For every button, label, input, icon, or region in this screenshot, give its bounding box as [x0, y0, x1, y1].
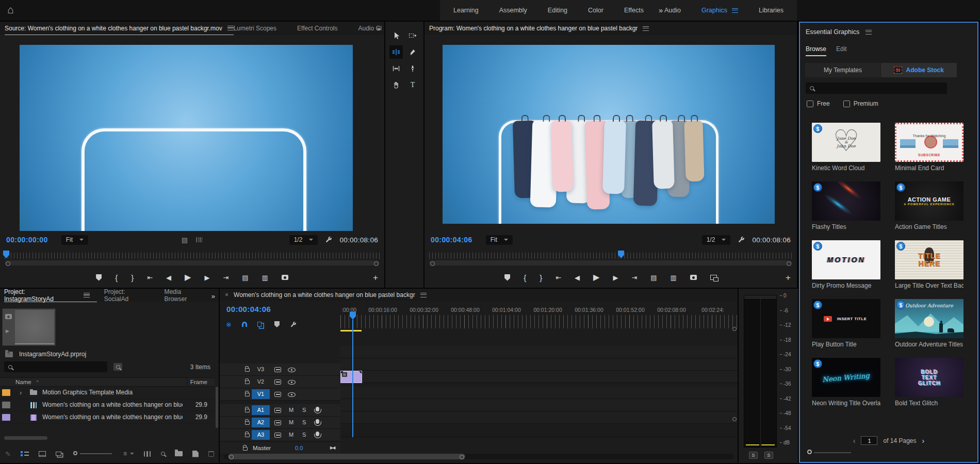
track-lane[interactable]: [340, 399, 738, 411]
tab-media-browser[interactable]: Media Browser: [164, 289, 211, 302]
settings-wrench-icon[interactable]: [325, 236, 332, 243]
program-timecode[interactable]: 00:00:04:06: [431, 236, 472, 244]
template-card-minimal-end-card[interactable]: Thanks for WatchingSUBSCRIBEMinimal End …: [895, 123, 963, 172]
source-patch-icon[interactable]: [274, 367, 281, 372]
new-item-icon[interactable]: [192, 451, 199, 457]
horizontal-scrollbar[interactable]: [4, 436, 47, 440]
go-to-in-icon[interactable]: ⇤: [556, 274, 561, 281]
close-tab-icon[interactable]: ×: [225, 291, 228, 299]
lock-toggle-icon[interactable]: [243, 447, 248, 451]
panel-menu-icon[interactable]: [227, 26, 234, 30]
workspace-tab-graphics[interactable]: Graphics: [691, 0, 748, 21]
settings-wrench-icon[interactable]: [738, 236, 745, 243]
template-card-large-title-over-text-backg[interactable]: TITLEHERELarge Title Over Text Backg...: [895, 240, 963, 289]
play-button-icon[interactable]: ▶: [185, 273, 191, 281]
project-item-row[interactable]: Motion Graphics Template Media: [0, 387, 215, 399]
template-card-neon-writing-title-overlay[interactable]: Neon WritingNeon Writing Title Overlay: [812, 358, 880, 407]
checkbox[interactable]: [807, 101, 813, 107]
go-to-out-icon[interactable]: ⇥: [631, 274, 637, 281]
workspace-tab-editing[interactable]: Editing: [537, 0, 578, 21]
template-thumbnail[interactable]: Jane Doe&John Doe: [812, 123, 880, 162]
step-back-icon[interactable]: ◀: [575, 274, 580, 281]
template-thumbnail[interactable]: Thanks for WatchingSUBSCRIBE: [895, 123, 963, 162]
solo-left-button[interactable]: S: [749, 452, 758, 459]
template-thumbnail[interactable]: TITLEHERE: [895, 240, 963, 279]
source-resolution-select[interactable]: 1/2: [289, 235, 318, 245]
delete-trash-icon[interactable]: [208, 451, 214, 457]
column-divider[interactable]: [187, 378, 187, 386]
track-target-a1[interactable]: A1: [252, 405, 270, 415]
navigate-up-icon[interactable]: [5, 352, 13, 357]
playhead-line[interactable]: [352, 320, 353, 437]
track-target-v3[interactable]: V3: [252, 364, 270, 374]
lock-toggle-icon[interactable]: [245, 409, 250, 412]
adobe-stock-button[interactable]: St Adobe Stock: [881, 63, 957, 77]
toggle-track-output-icon[interactable]: [288, 392, 296, 397]
freeform-view-icon[interactable]: [56, 452, 61, 456]
track-lane[interactable]: [340, 411, 738, 424]
project-item-row[interactable]: Women's clothing on a white clothes hang…: [0, 411, 215, 424]
automate-to-sequence-icon[interactable]: [144, 451, 151, 457]
project-search-input[interactable]: [4, 361, 107, 372]
workspace-tab-color[interactable]: Color: [578, 0, 614, 21]
template-card-bold-text-glitch[interactable]: BOLDTEXTGLITCHBold Text Glitch: [895, 358, 963, 407]
template-card-dirty-promo-message[interactable]: MOTIONDirty Promo Message: [812, 240, 880, 289]
track-lane[interactable]: [340, 425, 738, 437]
voiceover-record-mic-icon[interactable]: [316, 407, 319, 411]
expand-chevron-icon[interactable]: [20, 389, 22, 396]
track-lane[interactable]: [340, 358, 738, 371]
project-item-row[interactable]: Women's clothing on a white clothes hang…: [0, 399, 215, 411]
tab-project-socialad[interactable]: Project: SocialAd: [104, 289, 157, 302]
panel-menu-icon[interactable]: [643, 26, 649, 31]
track-target-v1[interactable]: V1: [252, 389, 270, 399]
tab-edit[interactable]: Edit: [836, 45, 847, 53]
timeline-content[interactable]: :00:0000:00:16:0000:00:32:0000:00:48:000…: [340, 306, 738, 453]
column-header-name[interactable]: Name: [15, 379, 39, 385]
track-select-tool-icon[interactable]: [406, 29, 419, 42]
lock-toggle-icon[interactable]: [245, 434, 250, 437]
track-target-a2[interactable]: A2: [252, 418, 270, 427]
selection-tool-icon[interactable]: [389, 29, 403, 42]
track-header-a3[interactable]: A3MS: [220, 429, 340, 441]
template-thumbnail[interactable]: BOLDTEXTGLITCH: [895, 358, 963, 397]
step-back-icon[interactable]: ◀: [166, 274, 171, 281]
master-track-header[interactable]: Master 0.0 ▶◀: [220, 442, 340, 455]
export-frame-camera-icon[interactable]: [690, 275, 697, 280]
source-scrub-bar[interactable]: [5, 252, 380, 267]
icon-view-icon[interactable]: [39, 451, 46, 457]
source-patch-icon[interactable]: [274, 379, 281, 385]
lock-toggle-icon[interactable]: [245, 380, 250, 384]
template-search-input[interactable]: [806, 82, 947, 94]
workspace-overflow-chevron-icon[interactable]: »: [659, 6, 662, 14]
checkbox[interactable]: [843, 101, 850, 107]
type-tool-icon[interactable]: T: [406, 78, 419, 92]
timeline-horizontal-scrollbar[interactable]: [224, 454, 733, 459]
slip-tool-icon[interactable]: [389, 62, 403, 75]
comparison-view-icon[interactable]: [710, 275, 717, 280]
source-patch-icon[interactable]: [274, 392, 281, 397]
page-number-input[interactable]: 1: [861, 436, 877, 445]
program-resolution-select[interactable]: 1/2: [702, 235, 731, 245]
drag-audio-icon[interactable]: [196, 237, 203, 242]
voiceover-record-mic-icon[interactable]: [316, 432, 319, 436]
poster-frame-camera-icon[interactable]: [5, 314, 12, 319]
template-thumbnail[interactable]: ACTION GAMEA POWERFUL EXPERIENCE: [895, 181, 963, 221]
find-icon[interactable]: [161, 452, 165, 456]
scrollbar-handle[interactable]: [228, 454, 465, 459]
ripple-edit-tool-icon[interactable]: [389, 45, 403, 59]
sort-icons-button[interactable]: ≡: [123, 450, 134, 457]
lock-toggle-icon[interactable]: [245, 368, 250, 372]
prev-page-icon[interactable]: ‹: [853, 437, 856, 445]
template-thumbnail[interactable]: Neon Writing: [812, 358, 880, 397]
track-header-v1[interactable]: V1: [220, 388, 340, 401]
razor-tool-icon[interactable]: [406, 45, 419, 59]
mark-out-icon[interactable]: }: [131, 274, 134, 281]
template-card-kinetic-word-cloud[interactable]: Jane Doe&John DoeKinetic Word Cloud: [812, 123, 880, 172]
voiceover-record-mic-icon[interactable]: [316, 419, 319, 424]
column-header-frame[interactable]: Frame: [190, 379, 207, 385]
track-lane[interactable]: [340, 346, 738, 358]
edit-pencil-icon[interactable]: ✎: [5, 450, 11, 458]
program-scrub-bar[interactable]: [429, 252, 792, 267]
program-zoom-select[interactable]: Fit: [486, 235, 513, 245]
mark-in-icon[interactable]: {: [115, 274, 118, 281]
